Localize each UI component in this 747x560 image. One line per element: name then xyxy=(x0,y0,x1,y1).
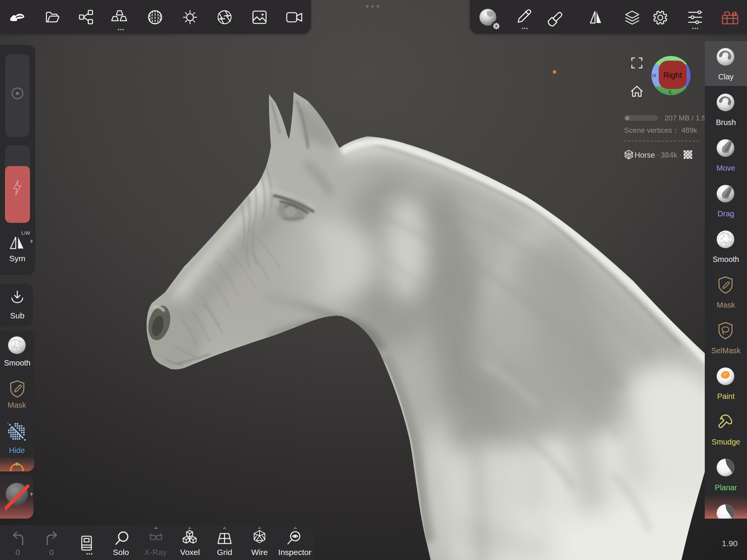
svg-text:nt: nt xyxy=(652,73,656,78)
svg-text:E: E xyxy=(669,90,672,95)
svg-text:Right: Right xyxy=(663,71,682,79)
